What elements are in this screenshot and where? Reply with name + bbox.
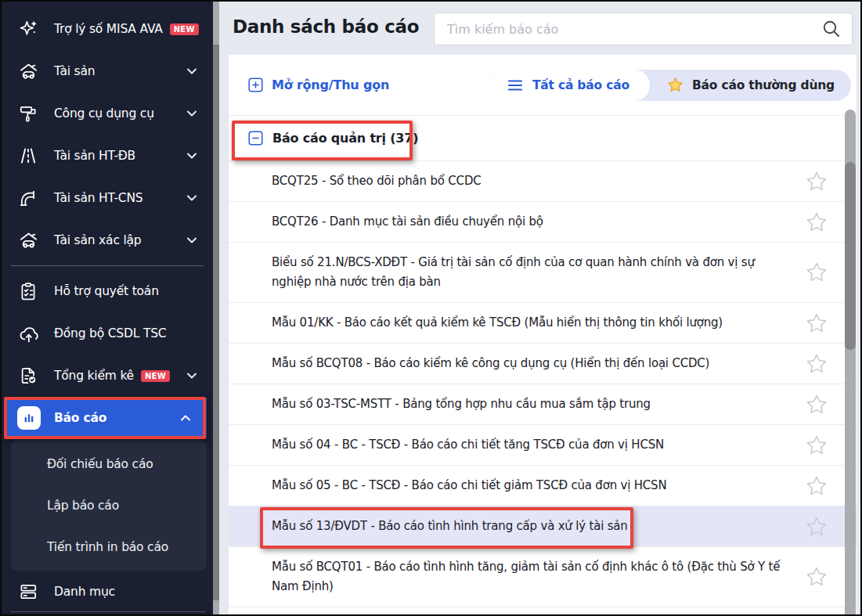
sidebar-item-label: Công cụ dụng cụ — [54, 106, 154, 121]
sidebar-item-label: Tài sản HT-ĐB — [54, 149, 135, 163]
chevron-down-icon — [186, 68, 197, 75]
chevron-down-icon — [186, 153, 197, 160]
report-search-box — [434, 13, 853, 45]
page-title: Danh sách báo cáo — [233, 16, 419, 37]
sidebar-item-danh-muc[interactable]: Danh mục — [2, 571, 213, 613]
sidebar-item-label: Tài sản HT-CNS — [54, 191, 142, 205]
report-name: Mẫu số 05 - BC - TSCĐ - Báo cáo chi tiết… — [272, 476, 666, 495]
report-group-title: Báo cáo quản trị (37) — [272, 131, 418, 146]
sidebar-item-tong-kiem-ke[interactable]: Tổng kiểm kê NEW — [2, 355, 213, 397]
sidebar-scrollbar-thumb[interactable] — [213, 45, 219, 600]
report-row-selected[interactable]: Mẫu số 13/ĐVDT - Báo cáo tình hình trang… — [229, 506, 857, 547]
sidebar-item-cong-cu-dung-cu[interactable]: Công cụ dụng cụ — [2, 92, 213, 135]
asset-house-car-icon — [17, 230, 39, 251]
report-row[interactable]: Mẫu số 03-TSC-MSTT - Bảng tổng hợp nhu c… — [229, 384, 857, 425]
star-icon — [666, 76, 684, 94]
report-name: Mẫu 01/KK - Báo cáo kết quả kiểm kê TSCĐ… — [272, 313, 723, 333]
list-scrollbar-track — [845, 110, 856, 616]
favorite-star-icon[interactable] — [805, 393, 828, 416]
report-name: Mẫu số 04 - BC - TSCĐ - Báo cáo chi tiết… — [272, 435, 664, 455]
sidebar-item-tai-san-ht-db[interactable]: Tài sản HT-ĐB — [2, 135, 213, 177]
tab-all-reports[interactable]: Tất cả báo cáo — [487, 70, 650, 101]
chevron-up-icon — [180, 415, 191, 422]
favorite-star-icon[interactable] — [805, 565, 828, 589]
chevron-down-icon — [186, 373, 197, 380]
submenu-item-lap-bao-cao[interactable]: Lập báo cáo — [11, 485, 207, 526]
app-window: Trợ lý số MISA AVA NEW Tài sản — [0, 0, 862, 616]
pipe-icon — [17, 188, 39, 208]
sidebar-divider — [11, 265, 204, 266]
report-name: Biểu số 21.N/BCS-XDĐT - Giá trị tài sản … — [272, 253, 782, 292]
sidebar-scrollbar-track — [213, 2, 219, 614]
report-name: Mẫu số 13/ĐVDT - Báo cáo tình hình trang… — [272, 517, 628, 536]
sidebar-item-label: Tài sản xác lập — [54, 233, 141, 247]
plus-square-icon — [248, 77, 263, 92]
sidebar-item-label: Đồng bộ CSDL TSC — [54, 326, 166, 340]
favorite-star-icon[interactable] — [805, 261, 828, 284]
favorite-star-icon[interactable] — [805, 474, 828, 498]
list-scrollbar-thumb[interactable] — [845, 162, 856, 350]
report-row[interactable]: Mẫu 01/KK - Báo cáo kết quả kiểm kê TSCĐ… — [229, 303, 857, 344]
hamburger-icon — [507, 79, 523, 92]
sidebar-item-misa-ava[interactable]: Trợ lý số MISA AVA NEW — [2, 8, 213, 50]
chevron-down-icon — [186, 237, 197, 244]
report-row[interactable]: Mẫu số BCQT01 - Báo cáo tình hình tăng, … — [229, 547, 857, 607]
submenu-item-tien-trinh-in-bao-cao[interactable]: Tiến trình in báo cáo — [11, 526, 207, 567]
new-badge: NEW — [170, 23, 199, 35]
new-badge: NEW — [141, 370, 170, 382]
report-name: BCQT26 - Danh mục tài sản điều chuyển nộ… — [272, 212, 543, 232]
favorite-star-icon[interactable] — [805, 434, 828, 457]
report-name: Mẫu số BCQT08 - Báo cáo kiểm kê công cụ … — [272, 354, 709, 373]
sidebar-item-label: Hỗ trợ quyết toán — [54, 284, 159, 298]
favorite-star-icon[interactable] — [805, 312, 828, 335]
sidebar-item-dong-bo-csdl-tsc[interactable]: Đồng bộ CSDL TSC — [2, 312, 213, 355]
paint-roller-icon — [17, 103, 39, 124]
sidebar-item-bao-cao[interactable]: Báo cáo — [6, 398, 207, 438]
bao-cao-submenu: Đối chiếu báo cáo Lập báo cáo Tiến trình… — [11, 440, 207, 571]
report-filter-toggle: Tất cả báo cáo Báo cáo thường dùng — [487, 70, 851, 101]
bar-chart-icon — [17, 406, 41, 430]
sidebar-item-ho-tro-quyet-toan[interactable]: Hỗ trợ quyết toán — [2, 270, 213, 312]
expand-collapse-link[interactable]: Mở rộng/Thu gọn — [248, 77, 389, 92]
report-row[interactable]: BCQT26 - Danh mục tài sản điều chuyển nộ… — [229, 202, 857, 243]
search-icon[interactable] — [821, 18, 842, 40]
report-row[interactable]: Mẫu số BCQT08 - Báo cáo kiểm kê công cụ … — [229, 344, 857, 384]
report-group-header[interactable]: Báo cáo quản trị (37) — [229, 116, 857, 161]
chevron-down-icon — [186, 195, 197, 202]
sidebar: Trợ lý số MISA AVA NEW Tài sản — [2, 2, 213, 614]
sidebar-item-tai-san-xac-lap[interactable]: Tài sản xác lập — [2, 219, 213, 261]
sparkle-icon — [17, 19, 39, 39]
report-list: Báo cáo quản trị (37) BCQT25 - Sổ theo d… — [229, 115, 857, 607]
sidebar-bottom-divider — [11, 611, 205, 612]
sidebar-item-label: Danh mục — [54, 585, 115, 599]
report-name: BCQT25 - Sổ theo dõi phân bổ CCDC — [272, 171, 481, 191]
expand-collapse-label: Mở rộng/Thu gọn — [272, 77, 389, 92]
report-list-panel: Mở rộng/Thu gọn Tất cả báo cáo — [229, 55, 857, 616]
favorite-star-icon[interactable] — [805, 515, 828, 539]
filter-bar: Mở rộng/Thu gọn Tất cả báo cáo — [229, 55, 857, 115]
submenu-item-doi-chieu-bao-cao[interactable]: Đối chiếu báo cáo — [11, 443, 207, 485]
tab-favorite-reports[interactable]: Báo cáo thường dùng — [650, 76, 851, 94]
report-row[interactable]: Biểu số 21.N/BCS-XDĐT - Giá trị tài sản … — [229, 243, 857, 303]
sidebar-item-tai-san-ht-cns[interactable]: Tài sản HT-CNS — [2, 177, 213, 219]
search-input[interactable] — [435, 22, 821, 37]
favorite-star-icon[interactable] — [805, 211, 828, 234]
server-list-icon — [17, 582, 39, 602]
report-row[interactable]: Mẫu số 04 - BC - TSCĐ - Báo cáo chi tiết… — [229, 425, 857, 466]
sidebar-item-label: Tổng kiểm kê — [54, 369, 134, 383]
favorite-star-icon[interactable] — [805, 352, 828, 376]
report-name: Mẫu số BCQT01 - Báo cáo tình hình tăng, … — [272, 557, 782, 596]
cloud-upload-icon — [17, 323, 39, 344]
tab-all-reports-label: Tất cả báo cáo — [532, 78, 629, 92]
sidebar-item-tai-san[interactable]: Tài sản — [2, 50, 213, 92]
report-row[interactable]: Mẫu số 05 - BC - TSCĐ - Báo cáo chi tiết… — [229, 466, 857, 506]
minus-square-icon[interactable] — [248, 131, 263, 146]
sidebar-item-label: Trợ lý số MISA AVA — [54, 22, 163, 36]
document-check-icon — [17, 366, 39, 386]
report-row[interactable]: BCQT25 - Sổ theo dõi phân bổ CCDC — [229, 161, 857, 202]
sidebar-item-label: Tài sản — [54, 64, 95, 78]
favorite-star-icon[interactable] — [805, 170, 828, 193]
report-name: Mẫu số 03-TSC-MSTT - Bảng tổng hợp nhu c… — [272, 394, 651, 414]
sidebar-item-label: Báo cáo — [54, 411, 106, 425]
tab-favorite-reports-label: Báo cáo thường dùng — [692, 78, 835, 92]
